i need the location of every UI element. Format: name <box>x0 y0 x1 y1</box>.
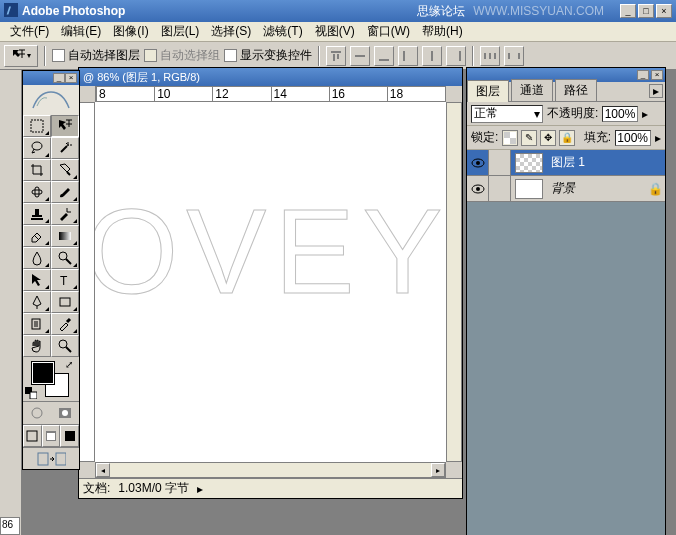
tab-channels[interactable]: 通道 <box>511 79 553 101</box>
tab-layers[interactable]: 图层 <box>467 80 509 102</box>
maximize-button[interactable]: □ <box>638 4 654 18</box>
brush-tool[interactable] <box>51 181 79 203</box>
layer-thumbnail[interactable] <box>515 179 543 199</box>
blend-mode-select[interactable]: 正常▾ <box>471 105 543 123</box>
align-right-button[interactable] <box>446 46 466 66</box>
lock-image-button[interactable]: ✎ <box>521 130 537 146</box>
panel-minimize-button[interactable]: _ <box>637 70 649 80</box>
svg-rect-9 <box>484 53 486 59</box>
align-top-button[interactable] <box>326 46 346 66</box>
app-icon <box>4 3 18 20</box>
layer-thumbnail[interactable] <box>515 153 543 173</box>
move-tool[interactable] <box>51 115 79 137</box>
lock-label: 锁定: <box>471 129 498 146</box>
layer-visibility-toggle[interactable] <box>467 176 489 201</box>
history-brush-tool[interactable] <box>51 203 79 225</box>
crop-tool[interactable] <box>23 159 51 181</box>
path-select-tool[interactable] <box>23 269 51 291</box>
fill-input[interactable]: 100% <box>615 130 651 146</box>
wand-tool[interactable] <box>51 137 79 159</box>
statusbar: 文档: 1.03M/0 字节 ▸ <box>79 478 462 498</box>
screen-standard-button[interactable] <box>23 425 42 447</box>
toolbox-close-button[interactable]: × <box>65 73 77 83</box>
menu-filter[interactable]: 滤镜(T) <box>257 21 308 42</box>
menu-layer[interactable]: 图层(L) <box>155 21 206 42</box>
jump-to-imageready-button[interactable] <box>23 447 79 469</box>
svg-rect-21 <box>31 218 43 220</box>
distribute-h1-button[interactable] <box>480 46 500 66</box>
svg-rect-5 <box>379 59 389 61</box>
scroll-left-button[interactable]: ◂ <box>96 463 110 477</box>
menu-edit[interactable]: 编辑(E) <box>55 21 107 42</box>
shape-tool[interactable] <box>51 291 79 313</box>
layer-visibility-toggle[interactable] <box>467 150 489 175</box>
align-bottom-button[interactable] <box>374 46 394 66</box>
layer-name[interactable]: 图层 1 <box>547 154 665 171</box>
opacity-input[interactable]: 100% <box>602 106 638 122</box>
pen-tool[interactable] <box>23 291 51 313</box>
lock-position-button[interactable]: ✥ <box>540 130 556 146</box>
stamp-tool[interactable] <box>23 203 51 225</box>
distribute-h2-button[interactable] <box>504 46 524 66</box>
opacity-arrow-icon[interactable]: ▸ <box>642 107 648 121</box>
align-hcenter-button[interactable] <box>422 46 442 66</box>
toolbox-minimize-button[interactable]: _ <box>53 73 65 83</box>
layer-link-cell[interactable] <box>489 176 511 201</box>
menu-help[interactable]: 帮助(H) <box>416 21 469 42</box>
layer-link-cell[interactable] <box>489 150 511 175</box>
lock-all-button[interactable]: 🔒 <box>559 130 575 146</box>
panel-menu-button[interactable]: ▸ <box>649 84 663 98</box>
slice-tool[interactable] <box>51 159 79 181</box>
marquee-tool[interactable] <box>23 115 51 137</box>
screen-fullmenu-button[interactable] <box>42 425 61 447</box>
menu-select[interactable]: 选择(S) <box>205 21 257 42</box>
zoom-tool[interactable] <box>51 335 79 357</box>
type-tool[interactable]: T <box>51 269 79 291</box>
dodge-tool[interactable] <box>51 247 79 269</box>
scrollbar-horizontal[interactable]: ◂ ▸ <box>95 462 446 478</box>
menu-file[interactable]: 文件(F) <box>4 21 55 42</box>
svg-point-27 <box>59 340 67 348</box>
panel-close-button[interactable]: × <box>651 70 663 80</box>
align-left-button[interactable] <box>398 46 418 66</box>
menu-window[interactable]: 窗口(W) <box>361 21 416 42</box>
layer-row[interactable]: 背景 🔒 <box>467 176 665 202</box>
status-menu-arrow[interactable]: ▸ <box>197 482 203 496</box>
swap-colors-icon[interactable]: ⤢ <box>65 359 73 370</box>
align-vcenter-button[interactable] <box>350 46 370 66</box>
canvas[interactable]: OVEY <box>95 102 446 462</box>
close-button[interactable]: × <box>656 4 672 18</box>
svg-rect-41 <box>510 138 516 144</box>
lasso-tool[interactable] <box>23 137 51 159</box>
hand-tool[interactable] <box>23 335 51 357</box>
minimize-button[interactable]: _ <box>620 4 636 18</box>
tool-preset-picker[interactable]: ▾ <box>4 45 38 67</box>
blur-tool[interactable] <box>23 247 51 269</box>
scroll-right-button[interactable]: ▸ <box>431 463 445 477</box>
quickmask-mode-button[interactable] <box>51 402 79 424</box>
menu-image[interactable]: 图像(I) <box>107 21 154 42</box>
scrollbar-vertical[interactable] <box>446 102 462 462</box>
ruler-horizontal[interactable]: 8 10 12 14 16 18 <box>95 86 446 102</box>
foreground-color[interactable] <box>31 361 55 385</box>
tab-paths[interactable]: 路径 <box>555 79 597 101</box>
layer-row[interactable]: 图层 1 <box>467 150 665 176</box>
screen-full-button[interactable] <box>60 425 79 447</box>
ruler-vertical[interactable] <box>79 102 95 462</box>
notes-tool[interactable] <box>23 313 51 335</box>
svg-rect-12 <box>508 53 510 59</box>
show-transform-checkbox[interactable]: 显示变换控件 <box>224 47 312 64</box>
eyedropper-tool[interactable] <box>51 313 79 335</box>
lock-transparent-button[interactable] <box>502 130 518 146</box>
healing-tool[interactable] <box>23 181 51 203</box>
eraser-tool[interactable] <box>23 225 51 247</box>
layer-name[interactable]: 背景 <box>547 180 645 197</box>
gradient-tool[interactable] <box>51 225 79 247</box>
default-colors-icon[interactable] <box>25 387 37 399</box>
auto-select-layer-checkbox[interactable]: 自动选择图层 <box>52 47 140 64</box>
fill-arrow-icon[interactable]: ▸ <box>655 131 661 145</box>
toolbox: _ × T <box>22 70 80 470</box>
zoom-input-mini[interactable]: 86 <box>0 517 20 535</box>
menu-view[interactable]: 视图(V) <box>309 21 361 42</box>
standard-mode-button[interactable] <box>23 402 51 424</box>
